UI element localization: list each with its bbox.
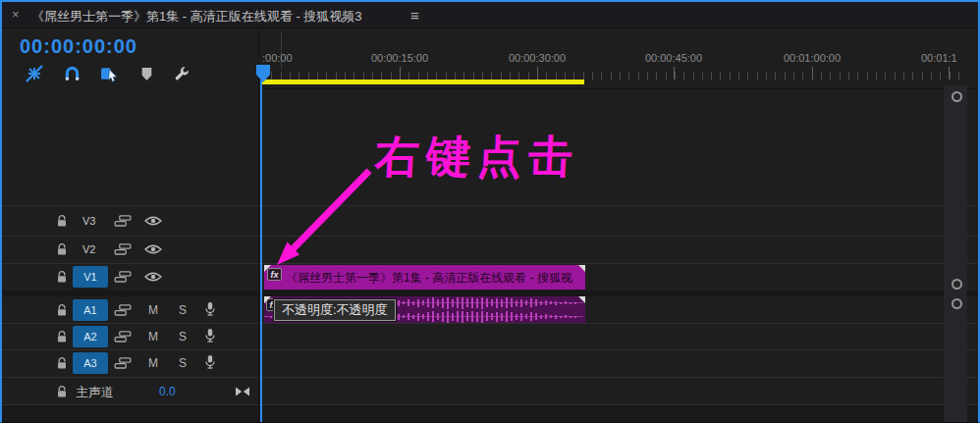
major-tick	[537, 67, 538, 79]
pan-bowtie-icon[interactable]	[235, 386, 250, 397]
waveform-bar	[457, 297, 459, 308]
voiceover-mic-icon[interactable]	[203, 301, 217, 317]
track-target-icon[interactable]	[114, 243, 132, 255]
waveform-bar	[437, 313, 439, 320]
track-target-button-a3[interactable]: A3	[73, 352, 108, 374]
waveform-bar	[516, 300, 517, 306]
waveform-bar	[462, 297, 463, 309]
ruler-label: 00:00:15:00	[371, 52, 428, 64]
nest-insert-toggle-icon[interactable]	[24, 63, 45, 84]
add-marker-icon[interactable]	[136, 63, 157, 84]
work-area-bar[interactable]	[262, 79, 584, 84]
sequence-tab-title[interactable]: 《屌丝男士第一季》第1集 - 高清正版在线观看 - 搜狐视频3	[31, 8, 362, 26]
waveform-bar	[466, 298, 468, 307]
waveform-bar	[555, 301, 557, 305]
empty-area	[2, 405, 978, 423]
waveform-bar	[560, 302, 562, 304]
track-target-icon[interactable]	[114, 215, 132, 227]
waveform-bar	[535, 299, 537, 306]
toggle-track-output-eye-icon[interactable]	[144, 243, 162, 255]
track-lock-icon[interactable]	[56, 242, 68, 256]
mute-button[interactable]: M	[146, 356, 160, 370]
waveform-bar	[540, 315, 542, 319]
mute-button[interactable]: M	[146, 303, 160, 317]
track-target-icon[interactable]	[114, 331, 132, 343]
waveform-bar	[471, 297, 473, 308]
waveform-bar	[417, 299, 419, 307]
track-lock-icon[interactable]	[56, 385, 68, 398]
track-target-button-a1[interactable]: A1	[73, 299, 108, 321]
linked-selection-icon[interactable]	[98, 63, 120, 84]
master-track-label: 主声道	[76, 384, 114, 401]
video-clip[interactable]: fx 《屌丝男士第一季》第1集 - 高清正版在线观看 - 搜狐视	[264, 265, 585, 290]
timeline-settings-wrench-icon[interactable]	[171, 63, 192, 84]
playhead-timecode[interactable]: 00:00:00:00	[20, 35, 137, 58]
mute-button[interactable]: M	[146, 330, 160, 344]
waveform-bar	[501, 299, 503, 307]
toggle-track-output-eye-icon[interactable]	[144, 215, 162, 227]
time-ruler[interactable]	[262, 72, 962, 79]
snap-magnet-icon[interactable]	[61, 63, 82, 84]
voiceover-mic-icon[interactable]	[203, 354, 217, 370]
waveform-bar	[412, 315, 414, 319]
track-target-icon[interactable]	[114, 271, 132, 283]
track-target-button-v1[interactable]: V1	[73, 266, 108, 288]
waveform-bar	[466, 312, 468, 321]
waveform-bar	[520, 299, 522, 307]
waveform-bar	[491, 299, 493, 306]
waveform-bar	[540, 301, 542, 305]
waveform-bar	[570, 302, 572, 304]
track-lock-icon[interactable]	[56, 303, 68, 317]
ruler-label: 00:01:1	[921, 52, 957, 64]
annotation-text: 右键点击	[373, 128, 580, 186]
track-lock-icon[interactable]	[56, 330, 68, 344]
waveform-bar	[437, 299, 439, 306]
waveform-bar	[560, 316, 562, 318]
zoom-scrollbar-handle[interactable]	[952, 91, 962, 102]
waveform-bar	[570, 316, 572, 318]
voiceover-mic-icon[interactable]	[203, 328, 217, 344]
waveform-bar	[452, 313, 454, 321]
major-tick	[674, 67, 675, 79]
row-separator	[2, 377, 978, 378]
track-lock-icon[interactable]	[56, 356, 68, 370]
panel-menu-icon[interactable]: ≡	[410, 7, 419, 24]
track-lock-icon[interactable]	[56, 214, 68, 228]
header-timeline-divider[interactable]	[258, 28, 259, 423]
track-label-v2[interactable]: V2	[82, 243, 95, 255]
waveform-bar	[471, 311, 473, 322]
waveform-bar	[447, 311, 449, 323]
waveform-bar	[422, 314, 424, 319]
ruler-label: 00:01:00:00	[784, 52, 841, 64]
playhead-line[interactable]	[260, 80, 262, 423]
waveform-bar	[574, 316, 576, 318]
track-label-v3[interactable]: V3	[82, 215, 95, 227]
track-target-button-a2[interactable]: A2	[73, 326, 108, 347]
track-scrollbar-handle[interactable]	[952, 298, 962, 309]
waveform-bar	[422, 300, 424, 305]
waveform-bar	[574, 302, 576, 304]
ruler-label: 00:00:45:00	[645, 52, 702, 64]
waveform-bar	[408, 313, 409, 320]
track-target-icon[interactable]	[114, 304, 132, 316]
solo-button[interactable]: S	[176, 330, 190, 344]
solo-button[interactable]: S	[176, 356, 190, 370]
timeline-panel: × 《屌丝男士第一季》第1集 - 高清正版在线观看 - 搜狐视频3 ≡ 00:0…	[0, 0, 980, 423]
waveform-bar	[481, 297, 483, 309]
waveform-bar	[403, 301, 405, 304]
master-gain-value[interactable]: 0.0	[159, 385, 176, 398]
waveform-bar	[550, 301, 552, 304]
close-tab-icon[interactable]: ×	[12, 8, 20, 22]
solo-button[interactable]: S	[176, 303, 190, 317]
scrollbar-track[interactable]	[944, 85, 967, 423]
track-lock-icon[interactable]	[56, 270, 68, 284]
track-target-icon[interactable]	[114, 357, 132, 369]
major-tick	[812, 67, 813, 79]
waveform-bar	[565, 315, 567, 318]
waveform-bar	[398, 314, 400, 320]
waveform-bar	[520, 313, 522, 321]
track-scrollbar-handle[interactable]	[952, 279, 962, 290]
toggle-track-output-eye-icon[interactable]	[144, 271, 162, 283]
waveform-bar	[270, 316, 272, 318]
ruler-label: 00:00:30:00	[509, 52, 566, 64]
